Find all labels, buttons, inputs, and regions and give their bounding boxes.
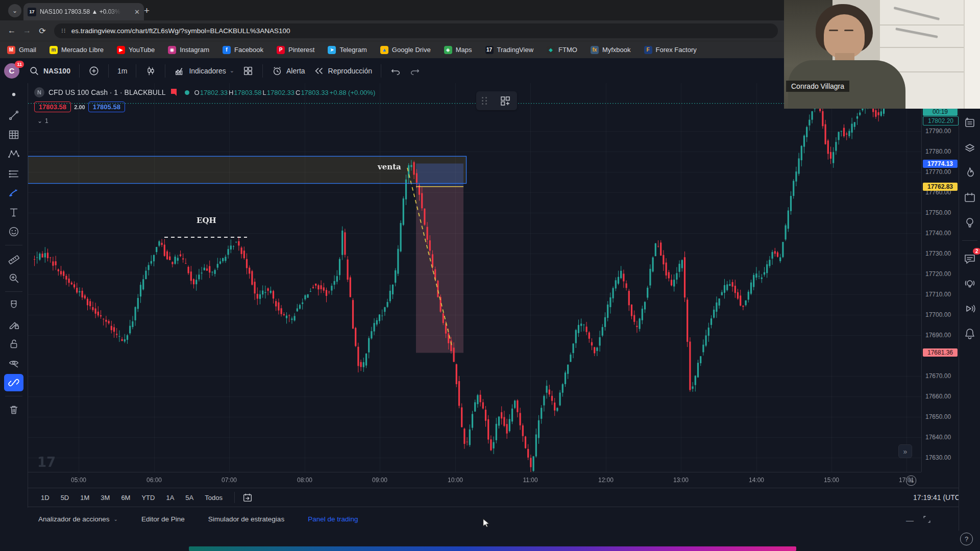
chart-area[interactable]: N CFD US 100 Cash · 1 · BLACKBULL O17802… — [28, 83, 921, 472]
back-button[interactable]: ← — [4, 26, 19, 35]
public-chat-play-button[interactable] — [963, 302, 977, 316]
bookmark-item[interactable]: fxMyfxbook — [591, 46, 631, 54]
streams-bulb-button[interactable] — [963, 277, 977, 291]
bookmark-item[interactable]: PPinterest — [277, 46, 314, 54]
xabcd-pattern-tool-button[interactable] — [4, 145, 23, 163]
panel-tab-simulador-de-estrategias[interactable]: Simulador de estrategias — [208, 515, 284, 523]
bookmark-item[interactable]: FForex Factory — [644, 46, 697, 54]
panel-tab-analizador-de-acciones[interactable]: Analizador de acciones⌄ — [38, 515, 118, 523]
sync-link-tool-button[interactable] — [4, 374, 23, 391]
chart-type-button[interactable] — [141, 65, 160, 77]
tab-close-icon[interactable]: ✕ — [134, 8, 140, 16]
bookmark-item[interactable]: ◉Instagram — [168, 46, 209, 54]
range-button-6m[interactable]: 6M — [116, 492, 135, 503]
bookmark-item[interactable]: mMercado Libre — [50, 46, 104, 54]
sell-button[interactable]: 17803.58 — [34, 102, 71, 112]
compare-add-button[interactable] — [84, 65, 104, 77]
bookmark-favicon: ◆ — [547, 46, 555, 54]
bookmark-item[interactable]: ➤Telegram — [328, 46, 366, 54]
user-avatar[interactable]: C 11 — [4, 63, 19, 79]
panel-maximize-icon[interactable] — [922, 514, 932, 524]
time-tick: 13:00 — [673, 477, 689, 484]
hide-all-tool-button[interactable] — [4, 355, 23, 372]
range-button-todos[interactable]: Todos — [200, 492, 227, 503]
replay-button[interactable]: Reproducción — [309, 65, 376, 77]
bookmark-item[interactable]: ◆FTMO — [547, 46, 577, 54]
interval-button[interactable]: 1m — [113, 67, 131, 75]
drawing-lock-tool-button[interactable] — [4, 316, 23, 333]
symbol-search-button[interactable]: NAS100 — [24, 65, 75, 77]
price-tick: 17630.00 — [922, 454, 959, 461]
floating-toolbar[interactable] — [476, 91, 517, 110]
hotlists-flame-button[interactable] — [963, 165, 977, 180]
alert-button[interactable]: Alerta — [267, 65, 309, 77]
range-button-5d[interactable]: 5D — [56, 492, 74, 503]
price-scale[interactable]: 17790.0017780.0017770.0017760.0017750.00… — [921, 83, 959, 472]
price-tick: 17730.00 — [922, 250, 959, 257]
range-button-1a[interactable]: 1A — [161, 492, 179, 503]
address-bar[interactable]: ⁝⁝ es.tradingview.com/chart/ftZL6sWg/?sy… — [54, 23, 778, 38]
bookmark-item[interactable]: ▶YouTube — [117, 46, 155, 54]
new-tab-button[interactable]: + — [144, 5, 150, 16]
fib-retracement-tool-button[interactable] — [4, 126, 23, 143]
bookmark-item[interactable]: ◈Maps — [444, 46, 472, 54]
bookmark-label: Facebook — [234, 46, 263, 54]
range-button-1d[interactable]: 1D — [36, 492, 54, 503]
ideas-bulb-button[interactable] — [963, 215, 977, 230]
venta-zone-label[interactable]: venta — [378, 162, 401, 171]
zoom-in-tool-button[interactable] — [4, 269, 23, 287]
bookmark-item[interactable]: ▲Google Drive — [380, 46, 431, 54]
buy-button[interactable]: 17805.58 — [88, 102, 125, 112]
scroll-right-button[interactable]: » — [898, 444, 912, 458]
redo-button[interactable] — [405, 65, 425, 77]
panel-tab-editor-de-pine[interactable]: Editor de Pine — [141, 515, 185, 523]
eqh-label[interactable]: EQH — [197, 216, 216, 225]
bookmark-item[interactable]: MGmail — [7, 46, 36, 54]
go-to-date-button[interactable] — [234, 492, 253, 503]
candlestick-chart[interactable] — [28, 83, 921, 472]
text-tool-tool-button[interactable] — [4, 204, 23, 221]
long-short-position-tool-button[interactable] — [4, 165, 23, 182]
add-layout-icon[interactable] — [499, 95, 511, 107]
reload-button[interactable]: ⟳ — [35, 26, 50, 36]
site-info-icon[interactable]: ⁝⁝ — [61, 27, 66, 34]
emoji-tool-button[interactable] — [4, 223, 23, 240]
undo-button[interactable] — [386, 65, 405, 77]
range-button-ytd[interactable]: YTD — [137, 492, 159, 503]
watchlist-add-button[interactable] — [963, 115, 977, 130]
browser-tab[interactable]: 17 NAS100 17803.58 ▲ +0.03% Si ✕ — [23, 3, 144, 20]
magnet-tool-button[interactable] — [4, 296, 23, 314]
ruler-icon — [7, 252, 20, 265]
range-button-1m[interactable]: 1M — [76, 492, 94, 503]
bookmark-item[interactable]: 17TradingView — [485, 46, 534, 54]
object-tree-layers-button[interactable] — [963, 140, 977, 155]
text-tool-icon — [7, 206, 20, 219]
panel-tab-panel-de-trading[interactable]: Panel de trading — [308, 515, 358, 523]
drag-handle-icon[interactable] — [482, 97, 487, 105]
brush-tool-button[interactable] — [4, 184, 23, 202]
range-button-5a[interactable]: 5A — [181, 492, 198, 503]
bookmark-item[interactable]: fFacebook — [223, 46, 263, 54]
bookmark-favicon: ◉ — [168, 46, 176, 54]
remove-drawings-tool-button[interactable] — [4, 401, 23, 418]
calendar-button[interactable] — [963, 190, 977, 205]
notifications-bell-button[interactable] — [963, 327, 977, 341]
market-status-dot[interactable] — [185, 90, 189, 95]
range-button-3m[interactable]: 3M — [96, 492, 114, 503]
tab-search-button[interactable]: ⌄ — [8, 4, 21, 17]
trend-line-tool-button[interactable] — [4, 107, 23, 124]
help-button[interactable]: ? — [960, 533, 973, 545]
time-axis[interactable]: % 05:0006:0007:0008:0009:0010:0011:0012:… — [28, 472, 921, 488]
panel-minimize-button[interactable]: — — [906, 516, 914, 524]
layout-grid-button[interactable] — [238, 65, 258, 77]
forward-button[interactable]: → — [19, 26, 35, 35]
object-tree-toggle[interactable]: ⌄ 1 — [34, 117, 52, 125]
bookmark-flag-icon[interactable] — [170, 88, 178, 96]
cursor-dot-tool-button[interactable] — [4, 87, 23, 105]
ruler-tool-button[interactable] — [4, 250, 23, 267]
lock-all-tool-button[interactable] — [4, 335, 23, 353]
chat-button[interactable]: 2 — [963, 252, 977, 266]
indicators-button[interactable]: Indicadores ⌄ — [170, 65, 238, 77]
chevron-down-icon: ⌄ — [37, 117, 42, 124]
symbol-title[interactable]: CFD US 100 Cash · 1 · BLACKBULL — [48, 88, 166, 96]
